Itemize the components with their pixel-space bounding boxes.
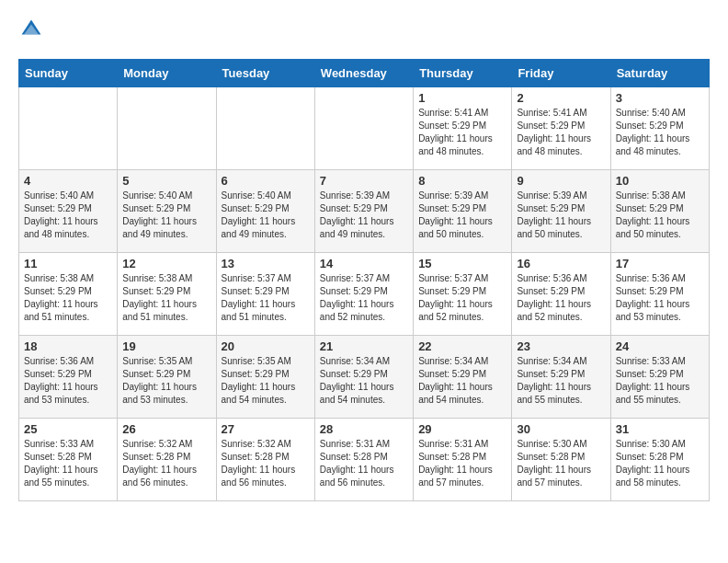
day-number: 26 [122, 422, 210, 436]
day-info: Sunrise: 5:40 AM Sunset: 5:29 PM Dayligh… [24, 190, 112, 241]
day-number: 1 [418, 91, 506, 105]
day-number: 11 [24, 257, 112, 270]
day-info: Sunrise: 5:38 AM Sunset: 5:29 PM Dayligh… [24, 272, 112, 324]
day-info: Sunrise: 5:37 AM Sunset: 5:29 PM Dayligh… [418, 272, 506, 324]
day-number: 3 [616, 91, 704, 105]
day-info: Sunrise: 5:35 AM Sunset: 5:29 PM Dayligh… [122, 355, 210, 407]
day-number: 29 [418, 422, 506, 436]
calendar-cell: 2Sunrise: 5:41 AM Sunset: 5:29 PM Daylig… [512, 87, 610, 170]
day-number: 27 [222, 422, 310, 436]
day-info: Sunrise: 5:31 AM Sunset: 5:28 PM Dayligh… [418, 438, 506, 489]
day-info: Sunrise: 5:36 AM Sunset: 5:29 PM Dayligh… [517, 272, 605, 324]
day-info: Sunrise: 5:36 AM Sunset: 5:29 PM Dayligh… [24, 355, 112, 407]
weekday-header: Friday [512, 60, 610, 87]
day-info: Sunrise: 5:39 AM Sunset: 5:29 PM Dayligh… [418, 190, 506, 241]
day-info: Sunrise: 5:30 AM Sunset: 5:28 PM Dayligh… [517, 438, 605, 489]
calendar-cell: 26Sunrise: 5:32 AM Sunset: 5:28 PM Dayli… [118, 419, 216, 501]
calendar-cell: 17Sunrise: 5:36 AM Sunset: 5:29 PM Dayli… [610, 253, 709, 336]
day-number: 8 [418, 174, 506, 188]
calendar-cell [19, 87, 118, 170]
calendar-week-row: 4Sunrise: 5:40 AM Sunset: 5:29 PM Daylig… [19, 170, 710, 253]
day-info: Sunrise: 5:34 AM Sunset: 5:29 PM Dayligh… [320, 355, 408, 407]
calendar-cell: 19Sunrise: 5:35 AM Sunset: 5:29 PM Dayli… [118, 336, 216, 419]
weekday-header: Tuesday [216, 60, 314, 87]
calendar-cell: 14Sunrise: 5:37 AM Sunset: 5:29 PM Dayli… [314, 253, 413, 336]
calendar-cell [118, 87, 216, 170]
day-number: 19 [122, 339, 210, 353]
calendar-cell: 5Sunrise: 5:40 AM Sunset: 5:29 PM Daylig… [118, 170, 216, 253]
calendar-cell: 11Sunrise: 5:38 AM Sunset: 5:29 PM Dayli… [19, 253, 118, 336]
day-number: 23 [517, 339, 605, 353]
day-number: 25 [24, 422, 112, 436]
day-info: Sunrise: 5:35 AM Sunset: 5:29 PM Dayligh… [222, 355, 310, 407]
day-number: 14 [320, 257, 408, 270]
day-number: 9 [517, 174, 605, 188]
day-number: 12 [122, 257, 210, 270]
day-number: 31 [616, 422, 704, 436]
calendar-table: SundayMondayTuesdayWednesdayThursdayFrid… [18, 59, 710, 501]
calendar-cell: 4Sunrise: 5:40 AM Sunset: 5:29 PM Daylig… [19, 170, 118, 253]
day-info: Sunrise: 5:41 AM Sunset: 5:29 PM Dayligh… [418, 107, 506, 158]
day-info: Sunrise: 5:38 AM Sunset: 5:29 PM Dayligh… [616, 190, 704, 241]
calendar-cell: 24Sunrise: 5:33 AM Sunset: 5:29 PM Dayli… [610, 336, 709, 419]
day-info: Sunrise: 5:40 AM Sunset: 5:29 PM Dayligh… [616, 107, 704, 158]
calendar-cell: 29Sunrise: 5:31 AM Sunset: 5:28 PM Dayli… [414, 419, 512, 501]
day-number: 30 [517, 422, 605, 436]
calendar-cell: 12Sunrise: 5:38 AM Sunset: 5:29 PM Dayli… [118, 253, 216, 336]
calendar-cell: 9Sunrise: 5:39 AM Sunset: 5:29 PM Daylig… [512, 170, 610, 253]
day-info: Sunrise: 5:37 AM Sunset: 5:29 PM Dayligh… [222, 272, 310, 324]
day-number: 22 [418, 339, 506, 353]
weekday-header: Thursday [414, 60, 512, 87]
logo [18, 18, 42, 44]
weekday-header: Sunday [19, 60, 118, 87]
day-number: 21 [320, 339, 408, 353]
day-info: Sunrise: 5:38 AM Sunset: 5:29 PM Dayligh… [122, 272, 210, 324]
day-number: 18 [24, 339, 112, 353]
day-info: Sunrise: 5:40 AM Sunset: 5:29 PM Dayligh… [122, 190, 210, 241]
day-number: 24 [616, 339, 704, 353]
day-info: Sunrise: 5:32 AM Sunset: 5:28 PM Dayligh… [122, 438, 210, 489]
day-number: 2 [517, 91, 605, 105]
logo-icon [20, 18, 42, 40]
calendar-cell: 28Sunrise: 5:31 AM Sunset: 5:28 PM Dayli… [314, 419, 413, 501]
calendar-cell: 22Sunrise: 5:34 AM Sunset: 5:29 PM Dayli… [414, 336, 512, 419]
day-info: Sunrise: 5:34 AM Sunset: 5:29 PM Dayligh… [418, 355, 506, 407]
calendar-cell: 18Sunrise: 5:36 AM Sunset: 5:29 PM Dayli… [19, 336, 118, 419]
day-number: 10 [616, 174, 704, 188]
calendar-cell: 8Sunrise: 5:39 AM Sunset: 5:29 PM Daylig… [414, 170, 512, 253]
page-header [18, 18, 710, 44]
day-number: 13 [222, 257, 310, 270]
calendar-cell: 23Sunrise: 5:34 AM Sunset: 5:29 PM Dayli… [512, 336, 610, 419]
calendar-cell: 21Sunrise: 5:34 AM Sunset: 5:29 PM Dayli… [314, 336, 413, 419]
day-info: Sunrise: 5:33 AM Sunset: 5:28 PM Dayligh… [24, 438, 112, 489]
calendar-cell: 1Sunrise: 5:41 AM Sunset: 5:29 PM Daylig… [414, 87, 512, 170]
day-number: 28 [320, 422, 408, 436]
day-info: Sunrise: 5:37 AM Sunset: 5:29 PM Dayligh… [320, 272, 408, 324]
day-number: 17 [616, 257, 704, 270]
day-info: Sunrise: 5:39 AM Sunset: 5:29 PM Dayligh… [517, 190, 605, 241]
day-info: Sunrise: 5:32 AM Sunset: 5:28 PM Dayligh… [222, 438, 310, 489]
calendar-cell: 16Sunrise: 5:36 AM Sunset: 5:29 PM Dayli… [512, 253, 610, 336]
calendar-week-row: 18Sunrise: 5:36 AM Sunset: 5:29 PM Dayli… [19, 336, 710, 419]
calendar-cell: 7Sunrise: 5:39 AM Sunset: 5:29 PM Daylig… [314, 170, 413, 253]
day-info: Sunrise: 5:30 AM Sunset: 5:28 PM Dayligh… [616, 438, 704, 489]
day-number: 4 [24, 174, 112, 188]
calendar-week-row: 11Sunrise: 5:38 AM Sunset: 5:29 PM Dayli… [19, 253, 710, 336]
day-info: Sunrise: 5:33 AM Sunset: 5:29 PM Dayligh… [616, 355, 704, 407]
day-number: 5 [122, 174, 210, 188]
calendar-cell: 10Sunrise: 5:38 AM Sunset: 5:29 PM Dayli… [610, 170, 709, 253]
day-info: Sunrise: 5:34 AM Sunset: 5:29 PM Dayligh… [517, 355, 605, 407]
day-info: Sunrise: 5:40 AM Sunset: 5:29 PM Dayligh… [222, 190, 310, 241]
day-number: 20 [222, 339, 310, 353]
calendar-week-row: 25Sunrise: 5:33 AM Sunset: 5:28 PM Dayli… [19, 419, 710, 501]
calendar-cell: 31Sunrise: 5:30 AM Sunset: 5:28 PM Dayli… [610, 419, 709, 501]
weekday-header: Saturday [610, 60, 709, 87]
day-info: Sunrise: 5:41 AM Sunset: 5:29 PM Dayligh… [517, 107, 605, 158]
calendar-cell: 25Sunrise: 5:33 AM Sunset: 5:28 PM Dayli… [19, 419, 118, 501]
calendar-cell: 20Sunrise: 5:35 AM Sunset: 5:29 PM Dayli… [216, 336, 314, 419]
calendar-cell: 30Sunrise: 5:30 AM Sunset: 5:28 PM Dayli… [512, 419, 610, 501]
day-number: 6 [222, 174, 310, 188]
day-info: Sunrise: 5:39 AM Sunset: 5:29 PM Dayligh… [320, 190, 408, 241]
calendar-cell: 3Sunrise: 5:40 AM Sunset: 5:29 PM Daylig… [610, 87, 709, 170]
day-info: Sunrise: 5:31 AM Sunset: 5:28 PM Dayligh… [320, 438, 408, 489]
